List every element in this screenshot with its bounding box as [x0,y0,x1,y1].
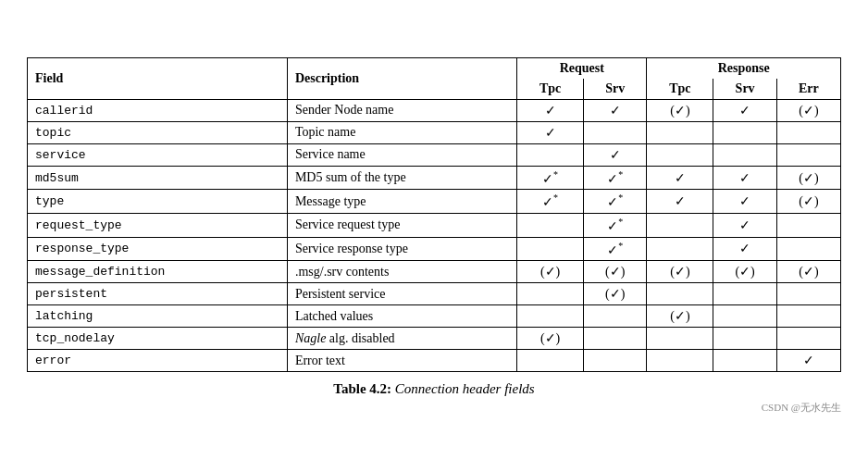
cell-res_srv [713,328,776,350]
cell-req_srv [584,121,647,143]
header-row-1: Field Description Request Response [28,57,841,79]
cell-field: md5sum [28,166,288,190]
cell-field: tcp_nodelay [28,328,288,350]
cell-field: type [28,190,288,214]
subh-req-srv: Srv [584,79,647,100]
table-row: topicTopic name✓ [28,121,841,143]
table-row: md5sumMD5 sum of the type✓*✓*✓✓(✓) [28,166,841,190]
table-row: typeMessage type✓*✓*✓✓(✓) [28,190,841,214]
subh-res-srv: Srv [713,79,776,100]
cell-field: topic [28,121,288,143]
cell-req_srv: ✓ [584,99,647,121]
cell-req_tpc: ✓ [517,121,584,143]
cell-res_tpc: ✓ [647,190,713,214]
cell-req_srv: (✓) [584,283,647,305]
cell-res_err: (✓) [776,190,840,214]
table-row: message_definition.msg/.srv contents(✓)(… [28,261,841,283]
cell-res_err [776,328,840,350]
cell-req_srv: ✓* [584,214,647,238]
cell-description: Service response type [287,237,516,261]
cell-field: persistent [28,283,288,305]
cell-req_tpc: (✓) [517,328,584,350]
cell-req_tpc [517,283,584,305]
cell-field: response_type [28,237,288,261]
table-row: latchingLatched values(✓) [28,305,841,328]
subh-res-tpc: Tpc [647,79,713,100]
cell-res_tpc [647,283,713,305]
cell-res_tpc [647,328,713,350]
cell-description: Service request type [287,214,516,238]
cell-res_err [776,121,840,143]
cell-field: latching [28,305,288,328]
cell-res_srv [713,283,776,305]
cell-res_err [776,305,840,328]
cell-res_tpc: ✓ [647,166,713,190]
cell-field: callerid [28,99,288,121]
watermark: CSDN @无水先生 [27,401,841,415]
cell-res_tpc [647,121,713,143]
table-body: calleridSender Node name✓✓(✓)✓(✓)topicTo… [28,99,841,372]
cell-res_err: ✓ [776,350,840,372]
cell-description: MD5 sum of the type [287,166,516,190]
main-table: Field Description Request Response Tpc S… [27,57,841,373]
cell-res_tpc: (✓) [647,305,713,328]
cell-res_srv [713,121,776,143]
cell-req_tpc: ✓* [517,190,584,214]
cell-req_srv [584,350,647,372]
cell-res_err [776,214,840,238]
cell-res_srv: ✓ [713,214,776,238]
cell-res_tpc: (✓) [647,99,713,121]
table-row: calleridSender Node name✓✓(✓)✓(✓) [28,99,841,121]
cell-description: Error text [287,350,516,372]
cell-res_err: (✓) [776,261,840,283]
cell-res_srv [713,350,776,372]
cell-res_srv: (✓) [713,261,776,283]
cell-description: Persistent service [287,283,516,305]
caption-text: Connection header fields [395,381,535,396]
cell-res_srv [713,143,776,166]
col-response-group: Response [647,57,841,79]
cell-res_err: (✓) [776,99,840,121]
table-container: Field Description Request Response Tpc S… [27,57,841,416]
cell-req_srv: ✓* [584,166,647,190]
cell-req_tpc [517,305,584,328]
cell-req_srv: ✓* [584,190,647,214]
cell-description: .msg/.srv contents [287,261,516,283]
cell-res_tpc [647,350,713,372]
cell-res_err [776,237,840,261]
table-caption: Table 4.2: Connection header fields [27,381,841,397]
cell-res_tpc [647,143,713,166]
cell-req_srv: ✓ [584,143,647,166]
cell-description: Nagle alg. disabled [287,328,516,350]
cell-res_err [776,283,840,305]
cell-req_tpc [517,237,584,261]
cell-res_srv [713,305,776,328]
col-request-group: Request [517,57,647,79]
cell-res_tpc: (✓) [647,261,713,283]
cell-req_tpc [517,350,584,372]
cell-field: error [28,350,288,372]
cell-res_srv: ✓ [713,166,776,190]
cell-description: Sender Node name [287,99,516,121]
cell-req_tpc: ✓ [517,99,584,121]
cell-req_tpc [517,214,584,238]
cell-req_srv: (✓) [584,261,647,283]
cell-req_tpc: (✓) [517,261,584,283]
cell-req_srv [584,305,647,328]
table-row: request_typeService request type✓*✓ [28,214,841,238]
cell-res_tpc [647,214,713,238]
table-row: tcp_nodelayNagle alg. disabled(✓) [28,328,841,350]
cell-res_err [776,143,840,166]
cell-req_srv [584,328,647,350]
cell-res_srv: ✓ [713,237,776,261]
cell-req_srv: ✓* [584,237,647,261]
subh-req-tpc: Tpc [517,79,584,100]
cell-res_tpc [647,237,713,261]
subh-res-err: Err [776,79,840,100]
cell-req_tpc: ✓* [517,166,584,190]
table-row: persistentPersistent service(✓) [28,283,841,305]
cell-field: service [28,143,288,166]
cell-req_tpc [517,143,584,166]
cell-description: Message type [287,190,516,214]
cell-res_srv: ✓ [713,99,776,121]
